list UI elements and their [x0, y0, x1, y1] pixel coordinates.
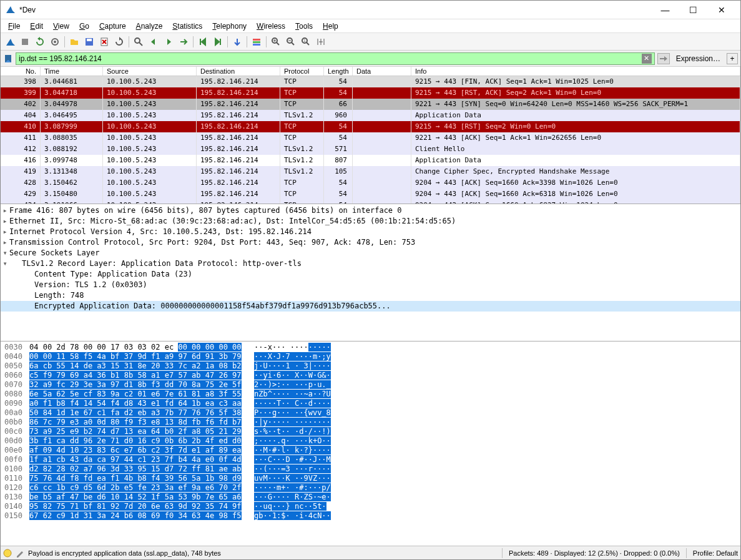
- detail-row[interactable]: ▸Frame 416: 807 bytes on wire (6456 bits…: [1, 205, 740, 216]
- tree-toggle-icon[interactable]: ▾: [1, 258, 9, 269]
- menu-go[interactable]: Go: [74, 21, 94, 32]
- goto-last-button[interactable]: [211, 35, 225, 49]
- save-button[interactable]: [82, 35, 96, 49]
- hex-row[interactable]: 00b086 7c 79 e3 a0 0d 80 f9 f3 e8 13 8d …: [4, 418, 737, 427]
- zoom-reset-button[interactable]: 1: [299, 35, 313, 49]
- shark-fin-button[interactable]: [3, 35, 17, 49]
- menu-help[interactable]: Help: [318, 21, 343, 32]
- packet-row[interactable]: 4123.08819210.100.5.243195.82.146.214TLS…: [1, 144, 740, 155]
- filter-clear-button[interactable]: ✕: [642, 54, 652, 64]
- menu-statistics[interactable]: Statistics: [167, 21, 207, 32]
- menu-view[interactable]: View: [48, 21, 74, 32]
- goto-first-button[interactable]: [196, 35, 210, 49]
- detail-row[interactable]: ▾Secure Sockets Layer: [1, 248, 740, 258]
- display-filter-input[interactable]: [19, 54, 639, 63]
- maximize-button[interactable]: ☐: [679, 1, 707, 19]
- close-doc-button[interactable]: [97, 35, 111, 49]
- hex-dump-pane[interactable]: 003004 00 2d 78 00 00 17 03 03 02 ec 00 …: [1, 341, 740, 546]
- resize-cols-button[interactable]: [314, 35, 328, 49]
- hex-row[interactable]: 00a050 84 1d 1e 67 c1 fa d2 eb a3 7b 77 …: [4, 408, 737, 418]
- hex-row[interactable]: 003004 00 2d 78 00 00 17 03 03 02 ec 00 …: [4, 343, 737, 352]
- close-button[interactable]: ✕: [707, 1, 735, 19]
- menu-tools[interactable]: Tools: [290, 21, 318, 32]
- col-header-no[interactable]: No.: [1, 67, 41, 76]
- hex-row[interactable]: 004000 00 11 58 f5 4a bf 37 9d f1 a9 97 …: [4, 352, 737, 361]
- packet-row[interactable]: 4293.15048010.100.5.243195.82.146.214TCP…: [1, 189, 740, 200]
- open-folder-button[interactable]: [67, 35, 81, 49]
- packet-row[interactable]: 4113.08803510.100.5.243195.82.146.214TCP…: [1, 132, 740, 144]
- hex-row[interactable]: 00f01f a1 cb 43 da ca 97 44 c1 23 7f b4 …: [4, 455, 737, 464]
- packet-row[interactable]: 4103.08799910.100.5.243195.82.146.214TCP…: [1, 121, 740, 132]
- menu-analyze[interactable]: Analyze: [131, 21, 168, 32]
- forward-button[interactable]: [162, 35, 175, 49]
- hex-row[interactable]: 015067 62 c9 1d 31 3a 24 b6 08 69 f0 34 …: [4, 511, 737, 521]
- menu-wireless[interactable]: Wireless: [252, 21, 290, 32]
- auto-scroll-button[interactable]: [230, 35, 244, 49]
- hex-row[interactable]: 00d03b f1 ca dd 96 2e 71 d0 16 c9 0b 6b …: [4, 436, 737, 446]
- detail-row[interactable]: ▾TLSv1.2 Record Layer: Application Data …: [1, 258, 740, 269]
- packet-row[interactable]: 4163.09974810.100.5.243195.82.146.214TLS…: [1, 155, 740, 166]
- zoom-in-button[interactable]: [269, 35, 283, 49]
- menu-file[interactable]: File: [3, 21, 25, 32]
- filter-add-button[interactable]: +: [727, 53, 738, 64]
- hex-row[interactable]: 00506a cb 55 14 de a3 15 31 8e 20 33 7c …: [4, 361, 737, 371]
- packet-row[interactable]: 3993.04471810.100.5.243195.82.146.214TCP…: [1, 87, 740, 99]
- packet-row[interactable]: 4043.04649510.100.5.243195.82.146.214TLS…: [1, 110, 740, 121]
- detail-row[interactable]: Length: 748: [1, 290, 740, 301]
- filter-apply-button[interactable]: [657, 53, 670, 64]
- packet-list-pane[interactable]: No.TimeSourceDestinationProtocolLengthDa…: [1, 67, 740, 204]
- col-header-protocol[interactable]: Protocol: [280, 67, 324, 76]
- hex-row[interactable]: 00806e 5a 62 5e cf 83 9a c2 01 e6 7e 61 …: [4, 390, 737, 399]
- detail-row[interactable]: ▸Transmission Control Protocol, Src Port…: [1, 237, 740, 248]
- minimize-button[interactable]: —: [651, 1, 679, 19]
- colorize-button[interactable]: [250, 35, 263, 49]
- packet-row[interactable]: 4343.19106610.100.5.243195.82.146.214TCP…: [1, 200, 740, 204]
- hex-row[interactable]: 0090a0 f1 b8 f4 14 54 f4 d8 43 e1 fd 64 …: [4, 399, 737, 408]
- col-header-info[interactable]: Info: [411, 67, 740, 76]
- detail-row[interactable]: ▸Internet Protocol Version 4, Src: 10.10…: [1, 227, 740, 237]
- expression-button[interactable]: Expression…: [672, 54, 724, 63]
- jump-button[interactable]: [177, 35, 190, 49]
- tree-toggle-icon[interactable]: ▸: [1, 216, 9, 227]
- options-button[interactable]: [48, 35, 62, 49]
- detail-row[interactable]: Content Type: Application Data (23): [1, 269, 740, 280]
- packet-row[interactable]: 4283.15046210.100.5.243195.82.146.214TCP…: [1, 177, 740, 189]
- hex-row[interactable]: 011075 76 4d f8 fd ea f1 4b b8 f4 39 56 …: [4, 474, 737, 483]
- hex-row[interactable]: 0120c6 cc 1b c9 d5 6d 2b e5 fe 23 3a ef …: [4, 483, 737, 493]
- detail-row[interactable]: ▸Ethernet II, Src: Micro-St_68:ad:ac (30…: [1, 216, 740, 227]
- hex-row[interactable]: 0130be b5 af 47 be d6 10 14 52 1f 5a 53 …: [4, 493, 737, 502]
- tree-toggle-icon[interactable]: ▸: [1, 227, 9, 237]
- reload-button[interactable]: [112, 35, 126, 49]
- col-header-length[interactable]: Length: [324, 67, 353, 76]
- packet-row[interactable]: 4193.13134810.100.5.243195.82.146.214TLS…: [1, 166, 740, 177]
- tree-toggle-icon[interactable]: ▾: [1, 248, 9, 258]
- tree-toggle-icon[interactable]: ▸: [1, 205, 9, 216]
- zoom-out-button[interactable]: [284, 35, 298, 49]
- detail-row[interactable]: Encrypted Application Data: 000000000000…: [1, 301, 740, 312]
- hex-row[interactable]: 007032 a9 fc 29 3e 3a 97 d1 8b f3 dd 70 …: [4, 380, 737, 390]
- tree-toggle-icon[interactable]: ▸: [1, 237, 9, 248]
- hex-row[interactable]: 014095 82 75 71 bf 81 92 7d 20 6e 63 9d …: [4, 502, 737, 511]
- col-header-data[interactable]: Data: [353, 67, 411, 76]
- expert-info-icon[interactable]: [3, 549, 12, 558]
- packet-details-pane[interactable]: ▸Frame 416: 807 bytes on wire (6456 bits…: [1, 204, 740, 341]
- packet-row[interactable]: 3983.04468110.100.5.243195.82.146.214TCP…: [1, 76, 740, 87]
- hex-row[interactable]: 0060c5 f9 79 69 a4 36 b1 8b 58 a1 e7 57 …: [4, 371, 737, 380]
- hex-row[interactable]: 00e0af 09 4d 10 23 83 6c e7 6b c2 3f 7d …: [4, 446, 737, 455]
- hex-row[interactable]: 00c073 a9 25 e9 b2 74 d7 13 ea 64 b0 2f …: [4, 427, 737, 436]
- menu-capture[interactable]: Capture: [94, 21, 131, 32]
- filter-bookmark-icon[interactable]: [3, 54, 13, 64]
- col-header-source[interactable]: Source: [103, 67, 197, 76]
- detail-row[interactable]: Version: TLS 1.2 (0x0303): [1, 280, 740, 290]
- col-header-time[interactable]: Time: [41, 67, 103, 76]
- hex-row[interactable]: 0100d2 82 28 02 a7 96 3d 33 95 15 d7 72 …: [4, 464, 737, 474]
- stop-button[interactable]: [18, 35, 32, 49]
- find-button[interactable]: [132, 35, 145, 49]
- menu-edit[interactable]: Edit: [25, 21, 48, 32]
- restart-button[interactable]: [33, 35, 47, 49]
- packet-row[interactable]: 4023.04497810.100.5.243195.82.146.214TCP…: [1, 99, 740, 110]
- col-header-destination[interactable]: Destination: [197, 67, 280, 76]
- menu-telephony[interactable]: Telephony: [207, 21, 252, 32]
- edit-capture-icon[interactable]: [16, 549, 24, 558]
- back-button[interactable]: [147, 35, 160, 49]
